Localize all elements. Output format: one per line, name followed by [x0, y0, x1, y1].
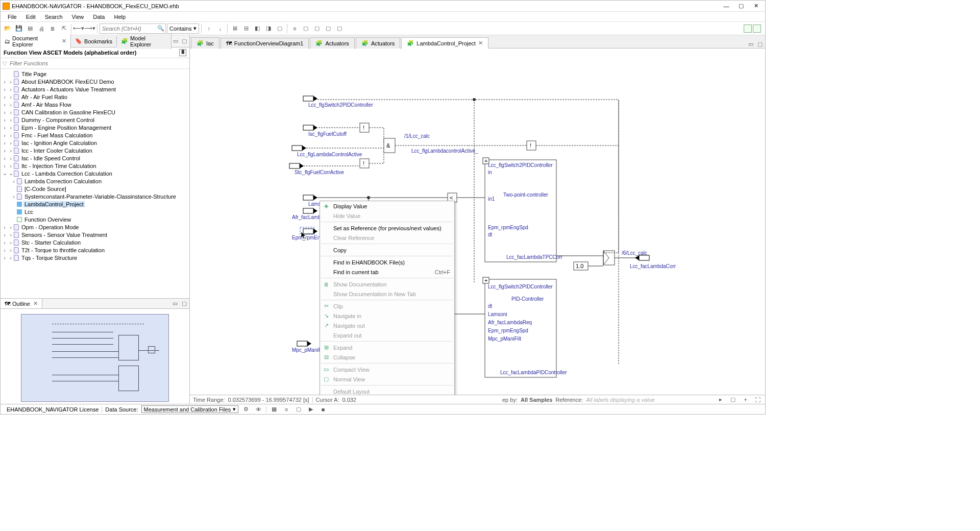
tool-e-icon[interactable]: ▢ [275, 23, 285, 34]
ctx-display-value[interactable]: ◈Display Value [320, 201, 454, 211]
status-tool-a-icon[interactable]: ▦ [270, 405, 279, 414]
minimize-panel-icon[interactable]: ▭ [172, 37, 180, 45]
tree-item[interactable]: Isc - Idle Speed Control [20, 155, 81, 161]
forward-icon[interactable]: ⟶▾ [85, 23, 95, 34]
gear-icon[interactable]: ⚙ [241, 405, 251, 414]
ctx-copy[interactable]: Copy [320, 245, 454, 255]
tree-item[interactable]: [C-Code Source] [23, 186, 67, 192]
back-icon[interactable]: ⟵▾ [74, 23, 84, 34]
tree-item[interactable]: Actuators - Actuators Value Treatment [20, 86, 117, 92]
function-tree[interactable]: ››Title Page ››About EHANDBOOK FlexECU D… [1, 69, 189, 298]
play-icon[interactable]: ▶ [306, 405, 315, 414]
tab-document-explorer[interactable]: 🗂 Document Explorer ✕ [1, 34, 71, 49]
tool-j-icon[interactable]: ▢ [334, 23, 345, 34]
tab-bookmarks[interactable]: 🔖 Bookmarks [71, 36, 117, 46]
step-by-value[interactable]: All Samples [521, 397, 552, 403]
maximize-editor-icon[interactable]: ▢ [756, 40, 764, 48]
filter-input[interactable] [9, 59, 187, 67]
tree-item[interactable]: Iac - Ignition Angle Calculation [20, 140, 98, 146]
search-input[interactable] [100, 24, 156, 33]
search-icon[interactable]: 🔍 [156, 24, 165, 33]
ctx-find-current[interactable]: Find in current tabCtrl+F [320, 267, 454, 277]
tool-f-icon[interactable]: ≡ [289, 23, 300, 34]
tree-item[interactable]: Amf - Air Mass Flow [20, 102, 72, 108]
footer-btn-c-icon[interactable]: ＋ [741, 396, 750, 403]
status-tool-b-icon[interactable]: ≡ [282, 405, 291, 414]
tool-i-icon[interactable]: ▢ [323, 23, 333, 34]
tree-item[interactable]: CAN Calibration in Gasoline FlexECU [20, 109, 116, 115]
data-source-dropdown[interactable]: Measurement and Calibration Files▾ [141, 405, 239, 413]
close-button[interactable]: ✕ [749, 1, 763, 11]
minimize-panel-icon[interactable]: ▭ [171, 300, 179, 308]
tab-function-overview[interactable]: 🗺FunctionOverviewDiagram1 [220, 38, 309, 49]
tool-c-icon[interactable]: ◧ [252, 23, 262, 34]
stop-icon[interactable]: ■ [318, 405, 328, 414]
tree-item[interactable]: Function Overview [23, 216, 72, 223]
tree-item[interactable]: Afr - Air Fuel Ratio [20, 94, 68, 100]
tool-h-icon[interactable]: ▢ [312, 23, 322, 34]
tool-a-icon[interactable]: ⊞ [230, 23, 240, 34]
search-mode-dropdown[interactable]: Contains▾ [167, 23, 199, 34]
tree-item[interactable]: Fmc - Fuel Mass Calculation [20, 132, 93, 138]
doc-icon[interactable]: 🗎 [47, 23, 58, 34]
save-icon[interactable]: 💾 [14, 23, 24, 34]
maximize-button[interactable]: ▢ [734, 1, 748, 11]
tree-item[interactable]: Opm - Operation Mode [20, 224, 80, 230]
minimize-editor-icon[interactable]: ▭ [747, 40, 755, 48]
tree-item[interactable]: Tqs - Torque Structure [20, 255, 78, 261]
ctx-set-reference[interactable]: Set as Reference (for previous/next valu… [320, 223, 454, 233]
status-tool-c-icon[interactable]: ▢ [294, 405, 303, 414]
menu-help[interactable]: Help [110, 13, 130, 21]
footer-btn-d-icon[interactable]: ⛶ [753, 396, 762, 403]
diagram-canvas[interactable]: Lcc_flgSwitch2PIDController Isc_flgFuelC… [190, 49, 765, 395]
tree-item[interactable]: Stc - Starter Calculation [20, 239, 82, 246]
tree-item[interactable]: Itc - Injection Time Calculation [20, 163, 97, 169]
tool-d-icon[interactable]: ◨ [263, 23, 274, 34]
toolbar-right-a-icon[interactable] [744, 25, 752, 33]
book-icon[interactable]: ▤ [25, 23, 35, 34]
tree-item[interactable]: Dummy - Component Control [20, 117, 95, 123]
footer-btn-b-icon[interactable]: ▢ [728, 396, 738, 403]
tree-item[interactable]: Lambda Correction Calculation [23, 178, 103, 184]
tree-item[interactable]: Epm - Engine Position Management [20, 125, 112, 131]
outline-minimap[interactable] [1, 309, 189, 407]
open-icon[interactable]: 📂 [3, 23, 13, 34]
close-icon[interactable]: ✕ [478, 40, 483, 46]
tree-item[interactable]: Systemconstant-Parameter-Variable-Classi… [23, 194, 177, 200]
tool-g-icon[interactable]: ▢ [301, 23, 311, 34]
menu-search[interactable]: Search [41, 13, 67, 21]
tool-b-icon[interactable]: ⊟ [241, 23, 251, 34]
menu-edit[interactable]: Edit [22, 13, 40, 21]
close-icon[interactable]: ✕ [62, 38, 66, 44]
export-icon[interactable]: ⇱ [59, 23, 69, 34]
up-icon[interactable]: ↑ [204, 23, 214, 34]
tree-item-selected[interactable]: LambdaControl_Project [23, 201, 85, 207]
maximize-panel-icon[interactable]: ▢ [180, 37, 188, 45]
print-icon[interactable]: 🖨 [36, 23, 46, 34]
eye-icon[interactable]: 👁 [254, 405, 263, 414]
tab-actuators-1[interactable]: 🧩Actuators [310, 37, 354, 49]
tree-item[interactable]: Title Page [20, 71, 47, 77]
tab-lambda-control[interactable]: 🧩LambdaControl_Project✕ [401, 37, 488, 49]
close-icon[interactable]: ✕ [33, 300, 38, 307]
view-mode-icon[interactable]: ≣ [179, 49, 186, 56]
down-icon[interactable]: ↓ [215, 23, 225, 34]
search-box[interactable]: 🔍 [100, 23, 166, 34]
menu-view[interactable]: View [68, 13, 88, 21]
maximize-panel-icon[interactable]: ▢ [180, 300, 188, 308]
ctx-find-files[interactable]: Find in EHANDBOOK File(s) [320, 257, 454, 267]
tree-item[interactable]: T2t - Torque to throttle calculation [20, 247, 106, 253]
menu-data[interactable]: Data [89, 13, 109, 21]
menu-file[interactable]: File [4, 13, 21, 21]
footer-btn-a-icon[interactable]: ▸ [716, 396, 725, 403]
toolbar-right-b-icon[interactable] [753, 25, 761, 33]
tab-actuators-2[interactable]: 🧩Actuators [356, 37, 400, 49]
tree-item[interactable]: About EHANDBOOK FlexECU Demo [20, 79, 115, 85]
tree-item[interactable]: Icc - Inter Cooler Calculation [20, 148, 93, 154]
tab-model-explorer[interactable]: 🧩 Model Explorer [117, 34, 172, 49]
tree-item[interactable]: Lcc - Lambda Correction Calculation [20, 171, 113, 177]
tab-outline[interactable]: 🗺 Outline ✕ [1, 299, 42, 308]
tree-item[interactable]: Sensors - Sensor Value Treatment [20, 232, 108, 238]
tab-iac[interactable]: 🧩Iac [191, 37, 219, 49]
minimize-button[interactable]: — [719, 1, 733, 11]
